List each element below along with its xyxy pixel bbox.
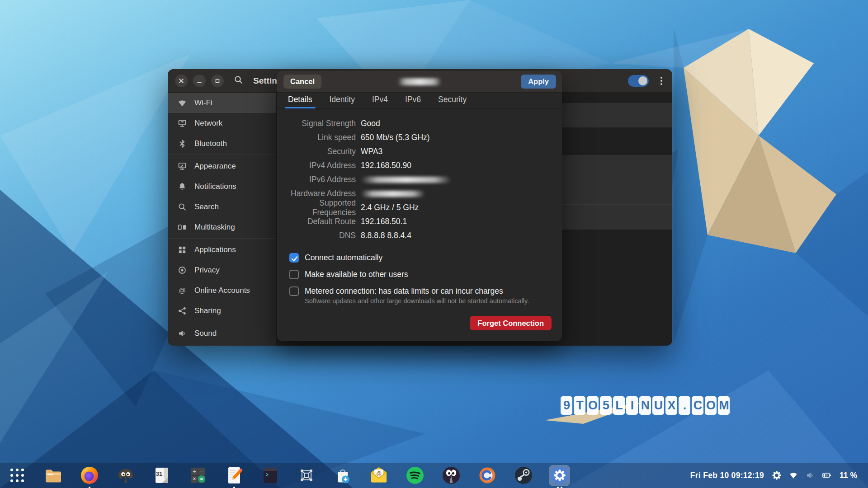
watermark-9to5linux: 9TO5LINUX.COM	[561, 396, 730, 415]
detail-value	[361, 191, 425, 197]
watermark-tile: .	[679, 396, 690, 415]
apply-button[interactable]: Apply	[521, 75, 556, 89]
wifi-connection-dialog: Cancel Apply DetailsIdentityIPv4IPv6Secu…	[277, 71, 562, 341]
checkbox-label: Connect automatically	[305, 253, 382, 263]
dialog-tab[interactable]: Identity	[330, 95, 355, 108]
sidebar-item[interactable]: @ Online Accounts	[168, 280, 276, 300]
detail-value: Good	[361, 119, 380, 128]
taskbar-app[interactable]	[79, 465, 100, 486]
sidebar-item[interactable]: Sound	[168, 323, 276, 343]
sidebar-item[interactable]: Notifications	[168, 176, 276, 197]
detail-value: WPA3	[361, 147, 382, 156]
search-icon[interactable]	[234, 75, 243, 86]
brightness-gear-icon	[772, 471, 781, 480]
tray-icon[interactable]	[805, 470, 815, 480]
volume-muted-icon	[806, 471, 815, 480]
detail-row: Supported Frequencies 2.4 GHz / 5 GHz	[277, 201, 562, 215]
taskbar-app[interactable]	[549, 465, 570, 486]
watermark-tile: U	[652, 396, 664, 415]
taskbar-app[interactable]	[332, 465, 353, 486]
taskbar-app[interactable]	[115, 465, 136, 486]
taskbar-app[interactable]	[6, 465, 28, 486]
sidebar-item[interactable]: Appearance	[168, 156, 276, 176]
checkbox[interactable]	[289, 286, 299, 296]
watermark-tile: O	[705, 396, 717, 415]
dialog-tab[interactable]: Security	[438, 95, 467, 108]
checkbox-row: Connect automatically	[289, 253, 562, 263]
watermark-tile: I	[626, 396, 638, 415]
svg-text:+: +	[193, 469, 196, 475]
taskbar-app[interactable]: 31	[151, 465, 172, 486]
cancel-button[interactable]: Cancel	[283, 75, 321, 89]
sidebar-item-label: Sound	[194, 329, 217, 338]
clock[interactable]: Fri Feb 10 09:12:19	[690, 471, 764, 480]
taskbar-app[interactable]: +−×=	[187, 465, 208, 486]
battery-percent: 11 %	[840, 471, 857, 480]
sidebar-item-label: Bluetooth	[194, 139, 227, 148]
sidebar-item[interactable]: Privacy	[168, 260, 276, 280]
battery-icon	[822, 471, 831, 480]
gimp-icon	[116, 465, 136, 485]
dialog-tab[interactable]: IPv4	[372, 95, 388, 108]
sidebar-divider	[168, 238, 276, 239]
connection-details: Signal Strength Good Link speed 650 Mb/s…	[277, 109, 562, 243]
menu-kebab-icon[interactable]	[658, 75, 665, 87]
close-icon[interactable]	[175, 75, 188, 87]
sound-icon	[178, 329, 187, 338]
checkbox-label: Make available to other users	[305, 270, 408, 279]
checkbox[interactable]	[289, 270, 299, 279]
sidebar-item-label: Sharing	[194, 306, 221, 315]
taskbar-app[interactable]	[440, 465, 462, 486]
sidebar-item[interactable]: Multitasking	[168, 217, 276, 237]
detail-row: IPv6 Address	[277, 173, 562, 187]
taskbar-app[interactable]	[42, 465, 64, 486]
detail-label: Default Route	[277, 217, 356, 226]
sidebar-item-label: Wi-Fi	[194, 99, 212, 108]
mail-icon: @	[369, 465, 389, 485]
sidebar-item[interactable]: Bluetooth	[168, 133, 276, 154]
taskbar-app[interactable]	[513, 465, 534, 486]
sidebar-item[interactable]: Wi-Fi	[168, 93, 276, 113]
detail-label: Link speed	[277, 133, 356, 142]
connection-options: Connect automatically Make available to …	[277, 243, 562, 305]
taskbar-app[interactable]: @	[368, 465, 389, 486]
taskbar-app[interactable]: >_	[259, 465, 281, 486]
checkbox[interactable]	[289, 253, 299, 263]
checkbox-row: Make available to other users	[289, 270, 562, 279]
sidebar-item-label: Notifications	[194, 182, 236, 191]
privacy-icon	[178, 266, 187, 275]
sidebar-item[interactable]: Network	[168, 113, 276, 133]
sidebar-item[interactable]: Sharing	[168, 300, 276, 321]
tray-icon[interactable]	[822, 470, 832, 480]
taskbar-app[interactable]	[476, 465, 498, 486]
running-indicator	[557, 487, 562, 488]
sidebar-divider	[168, 155, 276, 155]
detail-value: 650 Mb/s (5.3 GHz)	[361, 133, 430, 142]
tray-icon[interactable]	[772, 470, 782, 480]
running-indicator	[89, 487, 90, 488]
online-accounts-icon: @	[178, 286, 187, 295]
taskbar-app[interactable]	[296, 465, 317, 486]
spotify-icon	[405, 465, 425, 485]
sidebar-item[interactable]: Applications	[168, 239, 276, 260]
boxes-icon	[297, 465, 316, 485]
multitasking-icon	[178, 223, 187, 232]
dialog-tab[interactable]: IPv6	[405, 95, 421, 108]
xnview-icon	[477, 465, 497, 485]
svg-text:=: =	[200, 476, 203, 482]
maximize-icon[interactable]	[211, 75, 224, 87]
dialog-tabs: DetailsIdentityIPv4IPv6Security	[277, 93, 562, 109]
sidebar: Wi-Fi Network Bluetooth Appearance Notif…	[168, 93, 277, 346]
dialog-tab[interactable]: Details	[288, 95, 312, 108]
wifi-toggle[interactable]	[628, 75, 649, 87]
watermark-tile: T	[574, 396, 585, 415]
tray-icon[interactable]	[788, 470, 798, 480]
taskbar-app[interactable]	[223, 465, 245, 486]
forget-connection-button[interactable]: Forget Connection	[470, 316, 552, 330]
minimize-icon[interactable]	[193, 75, 206, 87]
sidebar-item[interactable]: Search	[168, 197, 276, 217]
taskbar-app[interactable]	[404, 465, 425, 486]
sidebar-item-label: Multitasking	[194, 223, 235, 232]
sidebar-item-label: Appearance	[194, 162, 236, 171]
svg-text:>_: >_	[266, 472, 271, 477]
